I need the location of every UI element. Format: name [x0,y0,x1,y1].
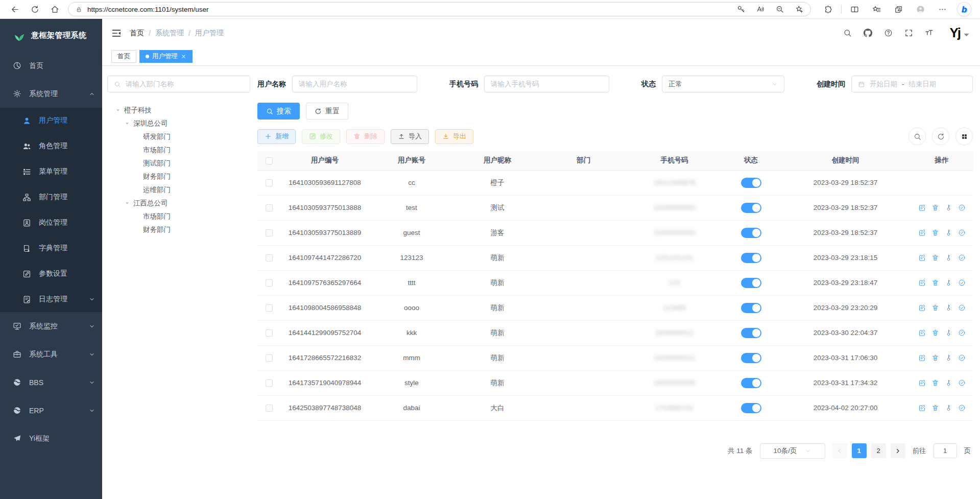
status-toggle[interactable] [741,278,761,288]
breadcrumb-item[interactable]: 用户管理 [195,29,224,38]
back-icon[interactable] [11,5,19,14]
reset-password-icon[interactable] [945,254,952,262]
extensions-icon[interactable] [824,5,832,14]
sidebar-item-14[interactable]: Yi框架 [0,424,102,453]
status-toggle[interactable] [741,203,761,213]
status-toggle[interactable] [741,253,761,263]
status-toggle[interactable] [741,378,761,388]
sidebar-item-8[interactable]: 参数设置 [0,261,102,287]
tree-node[interactable]: 财务部门 [107,223,250,236]
sidebar-item-11[interactable]: 系统工具 [0,340,102,368]
modify-button[interactable]: 修改 [302,129,340,144]
sidebar-item-6[interactable]: 岗位管理 [0,210,102,235]
sidebar-item-1[interactable]: 系统管理 [0,80,102,108]
assign-role-icon[interactable] [958,204,966,211]
row-checkbox[interactable] [266,254,273,262]
collections-icon[interactable] [894,5,903,14]
status-toggle[interactable] [741,403,761,413]
read-aloud-icon[interactable] [756,5,764,13]
sidebar-item-3[interactable]: 角色管理 [0,133,102,159]
assign-role-icon[interactable] [958,329,966,337]
tree-node[interactable]: 研发部门 [107,130,250,144]
next-page-button[interactable] [891,443,905,458]
status-toggle[interactable] [741,228,761,238]
edit-icon[interactable] [918,254,926,262]
github-icon[interactable] [864,29,872,37]
delete-icon[interactable] [931,304,939,312]
copilot-icon[interactable]: b [958,3,971,16]
row-checkbox[interactable] [266,304,273,312]
import-button[interactable]: 导入 [391,129,429,144]
reset-button[interactable]: 重置 [306,103,348,120]
sidebar-item-13[interactable]: ERP [0,396,102,424]
delete-icon[interactable] [931,229,939,236]
add-button[interactable]: 新增 [257,129,296,144]
sidebar-item-5[interactable]: 部门管理 [0,184,102,210]
refresh-tool-button[interactable] [932,128,949,145]
reset-password-icon[interactable] [945,304,952,312]
tree-node[interactable]: 运维部门 [107,183,250,197]
sidebar-item-4[interactable]: 菜单管理 [0,159,102,184]
assign-role-icon[interactable] [958,254,966,262]
delete-button[interactable]: 删除 [346,129,385,144]
edit-icon[interactable] [918,379,926,387]
sidebar-item-0[interactable]: 首页 [0,52,102,80]
font-size-icon[interactable] [925,29,934,37]
reset-password-icon[interactable] [945,279,952,287]
breadcrumb-item[interactable]: 首页 [130,29,144,38]
tree-node[interactable]: 江西总公司 [107,197,250,210]
reset-password-icon[interactable] [945,329,952,337]
help-icon[interactable] [884,29,893,37]
profile-avatar-icon[interactable] [916,5,925,14]
edit-icon[interactable] [918,204,926,211]
fullscreen-icon[interactable] [904,29,913,37]
delete-icon[interactable] [931,379,939,387]
delete-icon[interactable] [931,204,939,211]
row-checkbox[interactable] [266,329,273,337]
export-button[interactable]: 导出 [435,129,473,144]
row-checkbox[interactable] [266,354,273,362]
url-text[interactable]: https://ccnetcore.com:1101/system/user [87,6,737,13]
assign-role-icon[interactable] [958,354,966,362]
tree-node[interactable]: 测试部门 [107,157,250,170]
edit-icon[interactable] [918,279,926,287]
goto-page-input[interactable]: 1 [934,443,957,458]
page-button-1[interactable]: 1 [852,443,867,458]
delete-icon[interactable] [931,329,939,337]
delete-icon[interactable] [931,354,939,362]
search-button[interactable]: 搜索 [257,103,300,120]
tree-node[interactable]: 深圳总公司 [107,117,250,130]
tree-node[interactable]: 市场部门 [107,210,250,223]
assign-role-icon[interactable] [958,379,966,387]
page-button-2[interactable]: 2 [871,443,886,458]
refresh-icon[interactable] [31,5,39,14]
home-icon[interactable] [51,5,59,14]
select-all-checkbox[interactable] [266,157,273,164]
delete-icon[interactable] [931,404,939,412]
favorites-icon[interactable] [872,5,881,14]
zoom-out-icon[interactable] [776,5,784,13]
sidebar-item-2[interactable]: 用户管理 [0,108,102,133]
prev-page-button[interactable] [832,443,847,458]
split-screen-icon[interactable] [850,5,859,14]
password-key-icon[interactable] [737,5,745,13]
edit-icon[interactable] [918,229,926,236]
reset-password-icon[interactable] [945,379,952,387]
address-bar[interactable]: https://ccnetcore.com:1101/system/user [68,2,811,16]
search-icon[interactable] [843,29,852,37]
row-checkbox[interactable] [266,379,273,387]
delete-icon[interactable] [931,254,939,262]
username-input[interactable]: 请输入用户名称 [292,76,417,92]
breadcrumb-item[interactable]: 系统管理 [155,29,184,38]
assign-role-icon[interactable] [958,304,966,312]
row-checkbox[interactable] [266,229,273,236]
app-logo[interactable]: 意框架管理系统 [0,19,102,52]
date-range-input[interactable]: 开始日期 - 结束日期 [851,76,973,92]
page-size-select[interactable]: 10条/页 [760,443,825,459]
tree-node[interactable]: 财务部门 [107,170,250,183]
grid-tool-button[interactable] [955,128,973,145]
tree-node[interactable]: 市场部门 [107,144,250,157]
sidebar-item-12[interactable]: BBS [0,368,102,396]
status-toggle[interactable] [741,353,761,363]
edit-icon[interactable] [918,404,926,412]
